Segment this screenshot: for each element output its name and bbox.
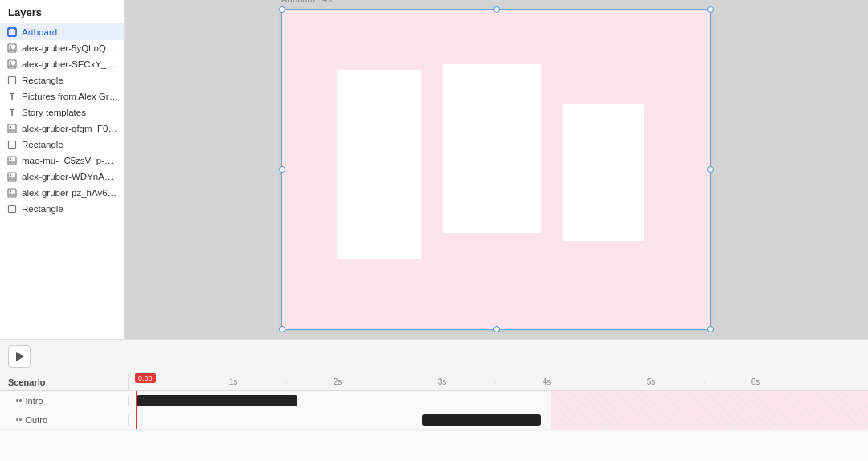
tick-dot-6: · (703, 378, 706, 386)
time-marker-4s: 4s (542, 377, 551, 386)
tick-dot-2: · (285, 378, 288, 386)
rect-icon-2 (6, 139, 18, 150)
timeline-header: Scenario 1s 2s 3s 4s 5s 6s · · · · · · 0… (0, 373, 868, 391)
svg-point-8 (10, 62, 11, 63)
layer-label-artboard: Artboard (22, 27, 57, 37)
image-icon-5 (6, 171, 18, 182)
svg-rect-9 (9, 77, 16, 84)
card-2 (443, 64, 541, 233)
rect-icon-3 (6, 203, 18, 214)
play-icon (16, 352, 24, 361)
scenario-label: Scenario (0, 373, 129, 390)
layer-list: Artboard alex-gruber-5yQLnQYH... alex-gr… (0, 24, 124, 339)
image-icon-4 (6, 155, 18, 166)
timeline-block-intro[interactable] (137, 395, 297, 406)
drag-handle-intro (16, 399, 22, 402)
image-icon-2 (6, 59, 18, 70)
layer-item-11[interactable]: Rectangle (0, 201, 124, 217)
svg-rect-12 (9, 141, 16, 149)
layer-label-3: Rectangle (22, 75, 63, 85)
current-time-line-outro (136, 410, 137, 429)
handle-mid-right[interactable] (707, 166, 714, 173)
layer-label-5: Story templates (22, 108, 86, 117)
timeline-track-outro (129, 410, 868, 429)
play-bar (0, 339, 868, 373)
handle-top-mid[interactable] (493, 6, 500, 13)
time-marker-6s: 6s (751, 377, 760, 386)
layers-panel: Layers Artboard (0, 0, 125, 339)
svg-point-18 (10, 190, 11, 192)
layers-panel-title: Layers (0, 0, 124, 24)
svg-point-6 (10, 46, 11, 47)
card-1 (337, 70, 421, 259)
svg-point-14 (10, 158, 11, 160)
layer-item-artboard[interactable]: Artboard (0, 24, 124, 40)
rect-icon-1 (6, 75, 18, 86)
layer-item-2[interactable]: alex-gruber-SECxY_Rkd... (0, 56, 124, 72)
time-marker-2s: 2s (334, 377, 342, 386)
image-icon-3 (6, 123, 18, 134)
layer-item-10[interactable]: alex-gruber-pz_hAv6ER7... (0, 185, 124, 201)
timeline-row-intro: Intro (0, 391, 868, 410)
layer-item-8[interactable]: mae-mu-_C5zsV_p-YI-u... (0, 153, 124, 169)
layer-label-7: Rectangle (22, 140, 63, 149)
artboard[interactable] (281, 9, 711, 330)
image-icon-6 (6, 187, 18, 198)
handle-bottom-left[interactable] (279, 326, 285, 332)
image-icon-1 (6, 43, 18, 54)
timeline-hatch-outro (551, 410, 868, 429)
current-time-line-intro (136, 391, 137, 410)
current-time-badge: 0.00 (135, 373, 156, 383)
time-marker-1s: 1s (229, 377, 238, 386)
layer-item-3[interactable]: Rectangle (0, 72, 124, 88)
frame-icon (6, 27, 18, 38)
tick-dot-4: · (494, 378, 497, 386)
text-icon-1: T (6, 91, 18, 102)
layer-label-1: alex-gruber-5yQLnQYH... (22, 43, 119, 53)
timeline-row-label-outro: Outro (0, 415, 129, 425)
artboard-container: Artboard · 4s (281, 9, 711, 330)
tick-dot-3: · (390, 378, 392, 386)
time-marker-3s: 3s (438, 377, 447, 386)
layer-label-8: mae-mu-_C5zsV_p-YI-u... (22, 156, 119, 165)
svg-rect-19 (9, 206, 16, 213)
timeline-track-intro (129, 391, 868, 410)
layer-item-9[interactable]: alex-gruber-WDYnACvB... (0, 169, 124, 185)
layer-label-2: alex-gruber-SECxY_Rkd... (22, 59, 119, 69)
layer-label-9: alex-gruber-WDYnACvB... (22, 172, 119, 182)
handle-top-left[interactable] (279, 6, 285, 13)
timeline-hatch-intro (551, 391, 868, 410)
svg-point-11 (10, 126, 11, 128)
svg-point-16 (10, 174, 11, 176)
layer-label-11: Rectangle (22, 204, 63, 214)
layer-item-6[interactable]: alex-gruber-qfgm_F0Vx... (0, 120, 124, 137)
tick-dot-1: · (181, 378, 183, 386)
layer-label-6: alex-gruber-qfgm_F0Vx... (22, 124, 119, 133)
play-button[interactable] (8, 345, 31, 368)
timeline-row-label-intro: Intro (0, 396, 129, 406)
timeline-ruler: 1s 2s 3s 4s 5s 6s · · · · · · 0.00 (129, 373, 868, 390)
layer-item-5[interactable]: T Story templates (0, 104, 124, 120)
handle-bottom-right[interactable] (707, 326, 714, 332)
current-time-ruler-marker: 0.00 (135, 373, 156, 390)
layer-label-4: Pictures from Alex Grub... (22, 92, 119, 101)
timeline-row-outro: Outro (0, 410, 868, 430)
timeline-block-outro[interactable] (422, 414, 541, 426)
time-marker-5s: 5s (647, 377, 656, 386)
layer-item-4[interactable]: T Pictures from Alex Grub... (0, 88, 124, 104)
artboard-label: Artboard · 4s (281, 0, 332, 4)
layer-label-10: alex-gruber-pz_hAv6ER7... (22, 188, 119, 198)
layer-item-1[interactable]: alex-gruber-5yQLnQYH... (0, 40, 124, 56)
handle-bottom-mid[interactable] (493, 326, 500, 332)
handle-mid-left[interactable] (279, 166, 285, 173)
timeline-rows: Intro Outro (0, 391, 868, 461)
text-icon-2: T (6, 107, 18, 118)
card-3 (563, 104, 644, 241)
layer-item-7[interactable]: Rectangle (0, 137, 124, 153)
tick-dot-5: · (599, 378, 601, 386)
canvas-area: Artboard · 4s (125, 0, 868, 339)
drag-handle-outro (16, 418, 22, 421)
timeline-area: Scenario 1s 2s 3s 4s 5s 6s · · · · · · 0… (0, 373, 868, 461)
handle-top-right[interactable] (707, 6, 714, 13)
